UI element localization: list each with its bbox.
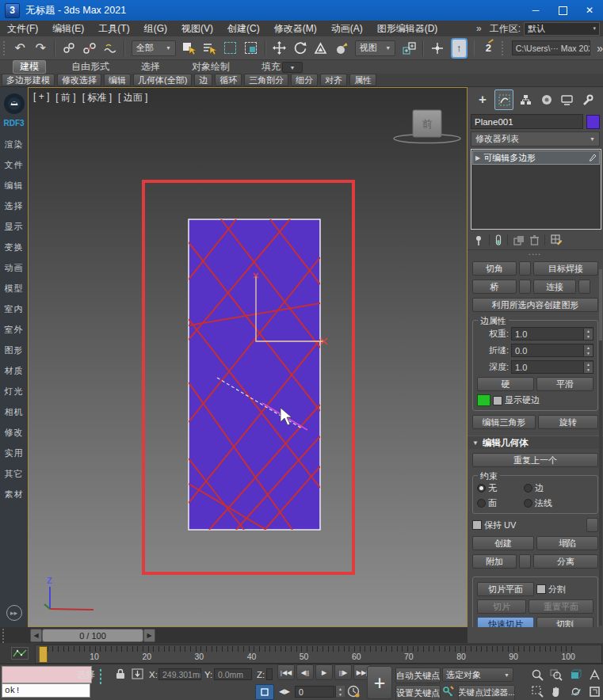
split-checkbox[interactable] (536, 584, 546, 594)
snaps-toggle-icon[interactable]: 2 (481, 40, 495, 57)
constraint-none-radio[interactable] (477, 484, 486, 493)
pan-hand-icon[interactable] (548, 684, 564, 698)
menu-item[interactable]: 视图(V) (174, 22, 220, 36)
ribbon-panel-button[interactable]: 对齐 (320, 74, 347, 86)
sidebar-item[interactable]: 其它 (5, 463, 24, 484)
slice-button[interactable]: 切片 (477, 599, 526, 614)
sidebar-item[interactable]: 图形 (5, 340, 24, 360)
sidebar-item[interactable]: 材质 (5, 360, 24, 381)
menu-item[interactable]: 动画(A) (324, 22, 370, 36)
cut-button[interactable]: 切割 (536, 617, 593, 627)
select-and-scale-icon[interactable] (314, 40, 328, 57)
menu-item[interactable]: 文件(F) (0, 22, 45, 36)
constraint-face-radio[interactable] (477, 499, 486, 508)
select-by-name-icon[interactable] (203, 40, 217, 57)
edit-triangulation-button[interactable]: 编辑三角形 (472, 415, 536, 429)
panel-scrollbar[interactable] (599, 269, 602, 626)
frame-spinner[interactable]: ▲▼ (335, 686, 345, 698)
hard-edge-color-swatch[interactable] (477, 394, 490, 406)
selection-filter-dropdown[interactable]: 全部▼ (132, 40, 176, 56)
toolbar-overflow-chevron[interactable]: » (597, 43, 603, 54)
preserve-uv-checkbox[interactable] (472, 520, 482, 530)
select-and-link-icon[interactable] (62, 40, 76, 57)
z-coordinate-field[interactable] (266, 668, 273, 680)
ribbon-minimize-button[interactable]: ▼ (282, 62, 303, 73)
tab-create[interactable]: + (474, 90, 491, 109)
menu-item[interactable]: 工具(T) (91, 22, 136, 36)
select-and-place-icon[interactable] (334, 40, 349, 57)
preserve-uv-settings-button[interactable] (586, 518, 598, 532)
sidebar-item[interactable]: 灯光 (5, 381, 24, 401)
playback-button[interactable]: ||▶ (334, 664, 352, 680)
sidebar-item[interactable]: 动画 (5, 257, 24, 278)
key-step-icon[interactable]: ◀▶ (279, 687, 290, 695)
previous-frame-button[interactable]: ◀ (30, 629, 42, 642)
create-shape-button[interactable]: 利用所选内容创建图形 (472, 298, 598, 312)
tab-display[interactable] (559, 90, 576, 109)
sidebar-expand-button[interactable]: ▸▸ (6, 605, 22, 621)
maximize-button[interactable] (549, 0, 576, 21)
hard-button[interactable]: 硬 (477, 377, 534, 391)
zoom-region-icon[interactable] (529, 684, 545, 698)
constraint-normal-radio[interactable] (524, 499, 532, 508)
lock-icon[interactable] (116, 668, 125, 679)
tab-motion[interactable] (538, 90, 555, 109)
turn-button[interactable]: 旋转 (538, 415, 598, 429)
sidebar-item[interactable]: 相机 (5, 401, 24, 422)
pin-stack-icon[interactable] (474, 235, 483, 245)
maxscript-listener[interactable]: ok! (2, 683, 90, 698)
minimize-button[interactable]: ─ (522, 0, 549, 21)
zoom-extents-selected-icon[interactable] (567, 668, 583, 682)
viewport-shading-menu[interactable]: [ 边面 ] (118, 91, 147, 105)
sidebar-item[interactable]: 修改 (5, 422, 24, 443)
viewport[interactable]: 前 Z [ + ] [ 前 ] [ 标准 ] [ 边面 ] (28, 87, 468, 627)
ribbon-panel-button[interactable]: 属性 (349, 74, 376, 86)
remove-modifier-icon[interactable] (530, 235, 539, 245)
weight-spinner[interactable]: 1.0 ▲▼ (511, 327, 593, 340)
tab-utilities[interactable] (579, 90, 597, 109)
collapse-button[interactable]: 塌陷 (536, 536, 598, 550)
expand-icon[interactable]: ▶ (475, 154, 480, 162)
ribbon-panel-button[interactable]: 循环 (215, 74, 242, 86)
detach-button[interactable]: 分离 (533, 554, 598, 569)
toolbar-grip[interactable] (3, 41, 6, 55)
time-configuration-icon[interactable] (347, 685, 360, 698)
viewport-quality-menu[interactable]: [ 标准 ] (82, 91, 112, 105)
make-unique-icon[interactable] (513, 235, 525, 245)
close-button[interactable]: ✕ (576, 0, 603, 21)
keyboard-shortcut-override-toggle[interactable]: ↑ (451, 38, 468, 59)
sidebar-item[interactable]: 编辑 (5, 175, 24, 196)
auto-key-button[interactable]: 自动关键点 (395, 668, 441, 683)
mini-curve-editor-button[interactable] (11, 647, 29, 660)
constraint-edge-radio[interactable] (524, 484, 532, 493)
menu-item[interactable]: 编辑(E) (45, 22, 91, 36)
slice-plane-button[interactable]: 切片平面 (477, 582, 534, 596)
window-crossing-toggle-icon[interactable] (244, 40, 258, 57)
project-folder-dropdown[interactable]: C:\Users\··· Max 2021▼ (512, 40, 591, 55)
crease-spinner[interactable]: 0.0 ▲▼ (511, 344, 593, 357)
select-and-rotate-icon[interactable] (293, 40, 307, 57)
unlink-selection-icon[interactable] (82, 40, 97, 57)
workspace-dropdown[interactable]: 默认▾ (524, 22, 600, 36)
show-end-result-icon[interactable] (495, 234, 502, 245)
target-weld-button[interactable]: 目标焊接 (533, 261, 598, 276)
set-key-button[interactable]: 设置关键点 (395, 685, 441, 700)
next-frame-button[interactable]: ▶ (143, 629, 155, 642)
zoom-all-icon[interactable] (548, 668, 564, 682)
bridge-button[interactable]: 桥 (472, 280, 517, 294)
bind-to-space-warp-icon[interactable] (103, 40, 117, 57)
chamfer-settings-button[interactable] (519, 261, 531, 276)
ribbon-panel-button[interactable]: 修改选择 (57, 74, 101, 86)
x-coordinate-field[interactable]: 249.301mm (158, 668, 201, 680)
menu-item[interactable]: 组(G) (137, 22, 174, 36)
modifier-list-dropdown[interactable]: 修改器列表▼ (471, 131, 600, 146)
select-object-icon[interactable] (182, 40, 197, 57)
menu-item[interactable]: 图形编辑器(D) (370, 22, 445, 36)
sidebar-item[interactable]: 室内 (5, 299, 24, 319)
attach-settings-button[interactable] (519, 554, 531, 569)
modifier-stack[interactable]: ▶ 可编辑多边形 (471, 149, 601, 230)
bridge-settings-button[interactable] (519, 280, 531, 294)
sidebar-item[interactable]: 实用 (5, 443, 24, 463)
menu-item[interactable]: 修改器(M) (267, 22, 324, 36)
key-tangent-icon[interactable] (442, 685, 455, 698)
